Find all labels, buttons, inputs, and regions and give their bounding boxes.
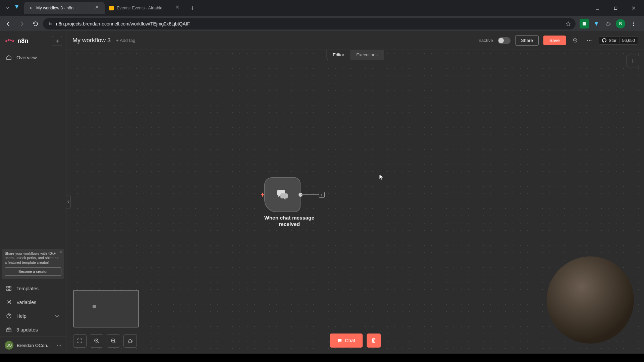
node-label: When chat messagereceived	[264, 215, 314, 227]
gift-icon	[6, 327, 12, 333]
close-icon[interactable]	[95, 5, 101, 11]
zoom-out-button[interactable]	[107, 334, 120, 348]
templates-icon	[6, 286, 12, 291]
more-menu-icon[interactable]	[585, 36, 594, 45]
sidebar: n8n Overview ✕ Share your workflows with…	[0, 31, 66, 354]
sidebar-user[interactable]: BO Brendan OCon...	[0, 337, 66, 354]
ellipsis-icon[interactable]	[57, 343, 61, 348]
variables-icon	[6, 299, 12, 305]
forward-button[interactable]	[16, 18, 28, 29]
trash-icon	[371, 338, 376, 343]
address-bar[interactable]: n8n.projects.brendan-oconnell.com/workfl…	[43, 18, 576, 29]
sidebar-item-overview[interactable]: Overview	[0, 51, 66, 64]
extension-icon[interactable]	[580, 19, 589, 28]
close-icon[interactable]	[176, 5, 181, 11]
play-icon	[28, 5, 34, 11]
bookmark-star-icon[interactable]	[566, 21, 571, 26]
user-name: Brendan OCon...	[17, 343, 51, 348]
creator-promo-text: Share your workflows with 40k+ users, un…	[5, 251, 61, 265]
status-label: Inactive	[477, 38, 493, 43]
svg-point-23	[129, 340, 131, 343]
star-label: Star	[609, 38, 616, 43]
minimap-node	[93, 305, 96, 308]
svg-point-4	[633, 23, 634, 24]
github-star-badge[interactable]: Star 56,650	[599, 36, 638, 45]
gem-extension-icon[interactable]	[592, 19, 601, 28]
browser-tab-strip: My workflow 3 - n8n Events: Events - Air…	[0, 0, 644, 16]
creator-promo-box: ✕ Share your workflows with 40k+ users, …	[2, 249, 64, 279]
svg-rect-10	[9, 286, 11, 288]
browser-tab-active[interactable]: My workflow 3 - n8n	[24, 2, 105, 14]
site-settings-icon[interactable]	[48, 21, 53, 26]
tab-editor[interactable]: Editor	[327, 50, 350, 60]
github-icon	[602, 38, 607, 43]
reload-button[interactable]	[30, 18, 41, 29]
share-button[interactable]: Share	[515, 35, 539, 46]
workflow-name[interactable]: My workflow 3	[72, 37, 111, 44]
svg-rect-2	[583, 22, 586, 25]
chat-button[interactable]: Chat	[330, 334, 363, 348]
profile-avatar[interactable]: B	[616, 19, 625, 28]
svg-point-20	[590, 40, 591, 41]
maximize-button[interactable]	[608, 3, 623, 13]
browser-toolbar: n8n.projects.brendan-oconnell.com/workfl…	[0, 16, 644, 31]
airtable-favicon	[109, 5, 114, 11]
add-connected-node-button[interactable]: +	[319, 192, 325, 198]
back-button[interactable]	[3, 18, 14, 29]
svg-point-7	[8, 39, 10, 41]
svg-point-6	[5, 40, 7, 42]
chevron-down-icon	[54, 313, 60, 319]
delete-button[interactable]	[367, 334, 381, 348]
minimap[interactable]	[73, 290, 139, 327]
sidebar-item-help[interactable]: Help	[0, 309, 66, 323]
add-tag-button[interactable]: + Add tag	[116, 38, 135, 43]
extensions-puzzle-icon[interactable]	[604, 19, 613, 28]
tab-title: Events: Events - Airtable	[117, 6, 162, 10]
zoom-in-button[interactable]	[90, 334, 103, 348]
svg-rect-1	[614, 7, 617, 9]
save-button[interactable]: Save	[543, 36, 566, 45]
close-window-button[interactable]	[626, 3, 641, 13]
home-icon	[6, 55, 12, 60]
logo-text: n8n	[17, 38, 29, 45]
sidebar-item-label: Overview	[16, 55, 37, 60]
svg-rect-0	[109, 6, 114, 10]
gem-icon[interactable]	[14, 4, 22, 12]
sidebar-item-updates[interactable]: 3 updates	[0, 323, 66, 337]
svg-point-19	[589, 40, 590, 41]
n8n-logo-icon	[5, 38, 14, 44]
sidebar-item-variables[interactable]: Variables	[0, 295, 66, 309]
svg-point-15	[57, 345, 58, 346]
topbar: My workflow 3 + Add tag Inactive Share S…	[66, 31, 644, 50]
svg-point-17	[60, 345, 61, 346]
view-tabs: Editor Executions	[326, 50, 384, 60]
connector-line	[301, 194, 320, 195]
debug-button[interactable]	[123, 334, 137, 348]
become-creator-button[interactable]: Become a creator	[5, 267, 61, 276]
new-tab-button[interactable]	[188, 3, 197, 13]
add-node-button[interactable]	[627, 55, 639, 67]
tab-title: My workflow 3 - n8n	[36, 6, 73, 10]
new-workflow-button[interactable]	[52, 36, 62, 46]
browser-tab-inactive[interactable]: Events: Events - Airtable	[105, 2, 185, 14]
sidebar-collapse-button[interactable]	[66, 195, 71, 208]
browser-menu-icon[interactable]	[628, 18, 639, 29]
lightning-icon	[260, 192, 265, 198]
svg-point-3	[633, 21, 634, 22]
sidebar-item-label: 3 updates	[16, 327, 38, 333]
chat-bubble-icon	[337, 338, 342, 343]
svg-rect-11	[7, 289, 8, 291]
fit-view-button[interactable]	[73, 334, 87, 348]
workflow-node-chat-trigger[interactable]: + When chat messagereceived	[264, 177, 314, 227]
tab-search-dropdown[interactable]	[4, 5, 11, 11]
sidebar-item-templates[interactable]: Templates	[0, 282, 66, 295]
tab-executions[interactable]: Executions	[350, 50, 384, 60]
close-icon[interactable]: ✕	[59, 250, 62, 255]
chat-icon	[276, 189, 289, 201]
sidebar-item-label: Templates	[16, 286, 39, 291]
minimize-button[interactable]	[590, 3, 605, 13]
svg-point-8	[12, 40, 14, 42]
url-text: n8n.projects.brendan-oconnell.com/workfl…	[56, 21, 190, 26]
active-toggle[interactable]	[498, 37, 511, 44]
history-icon[interactable]	[571, 36, 580, 45]
